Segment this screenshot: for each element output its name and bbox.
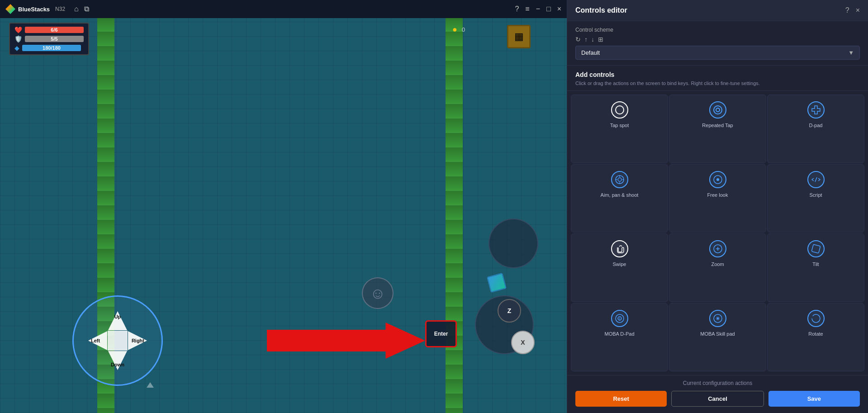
control-script[interactable]: Script [767, 164, 864, 233]
control-dpad[interactable]: D-pad [767, 95, 864, 163]
dpad-left-btn[interactable] [88, 331, 107, 350]
dpad-ctrl-label: D-pad [809, 122, 823, 128]
panel-help-icon[interactable]: ? [845, 6, 849, 14]
dpad-up-btn[interactable] [108, 311, 127, 330]
chest-item: ▦ [507, 25, 531, 48]
logo-icon [5, 4, 15, 14]
zoom-icon [709, 240, 726, 257]
mana-icon: ◆ [14, 44, 19, 52]
panel-header-icons: ? × [845, 6, 860, 14]
reset-button[interactable]: Reset [575, 391, 667, 407]
save-button[interactable]: Save [768, 391, 860, 407]
scheme-download-icon[interactable]: ↓ [591, 36, 594, 43]
moba-dpad-icon: 6 [611, 310, 628, 327]
control-tap-spot[interactable]: Tap spot [571, 95, 668, 163]
z-button[interactable]: Z [498, 299, 521, 323]
rotate-icon [807, 310, 825, 327]
add-controls-desc: Click or drag the actions on the screen … [575, 80, 860, 87]
control-zoom[interactable]: Zoom [669, 233, 766, 302]
hud-mana-row: ◆ 180/180 [14, 44, 84, 52]
close-icon[interactable]: × [557, 5, 561, 13]
svg-point-0 [616, 106, 624, 114]
svg-point-2 [716, 108, 720, 112]
control-free-look[interactable]: Free look [669, 164, 766, 233]
hud-hp-row: ❤️ 6/6 [14, 26, 84, 33]
version-label: N32 [55, 6, 65, 12]
dpad-down-btn[interactable] [108, 351, 127, 370]
action-circle-large-2 [489, 218, 538, 268]
panel-close-icon[interactable]: × [856, 6, 860, 14]
tap-spot-icon [611, 101, 628, 119]
maximize-icon[interactable]: □ [546, 5, 551, 13]
minimize-icon[interactable]: − [536, 5, 540, 13]
hud-shield-row: 🛡️ 5/5 [14, 35, 84, 43]
cancel-button[interactable]: Cancel [671, 391, 764, 407]
aim-icon [611, 171, 628, 188]
current-config-label: Current configuration actions [575, 380, 860, 386]
hp-icon: ❤️ [14, 26, 22, 33]
chest-icon: ▦ [514, 31, 524, 43]
menu-icon[interactable]: ≡ [525, 5, 529, 13]
script-label: Script [809, 192, 822, 198]
mana-value: 180/180 [22, 45, 81, 51]
dpad-cross: Up Down Left Right [88, 311, 147, 370]
script-icon [807, 171, 825, 188]
scheme-value: Default [581, 49, 600, 56]
control-repeated-tap[interactable]: Repeated Tap [669, 95, 766, 163]
pages-icon[interactable]: ⧉ [84, 5, 89, 13]
mana-bar-wrap: 180/180 [22, 45, 81, 51]
free-look-icon [709, 171, 726, 188]
svg-point-4 [618, 178, 621, 181]
rotate-label: Rotate [808, 331, 823, 337]
dpad-ctrl-icon [807, 101, 825, 119]
hud-stats: ❤️ 6/6 🛡️ 5/5 ◆ 180/180 [9, 23, 89, 55]
control-aim-pan-shoot[interactable]: Aim, pan & shoot [571, 164, 668, 233]
home-icon[interactable]: ⌂ [74, 5, 79, 13]
dpad-right-btn[interactable] [128, 331, 147, 350]
coin-icon: ● [452, 25, 457, 34]
svg-rect-15 [811, 244, 821, 253]
enter-label: Enter [434, 331, 448, 337]
shield-bar-wrap: 5/5 [25, 36, 84, 42]
controls-panel: Controls editor ? × Control scheme ↻ ↑ ↓… [567, 0, 868, 413]
help-icon[interactable]: ? [515, 5, 519, 13]
control-tilt[interactable]: Tilt [767, 233, 864, 302]
zoom-label: Zoom [711, 261, 724, 267]
window-controls: ? ≡ − □ × [515, 5, 561, 13]
control-scheme-section: Control scheme ↻ ↑ ↓ ⊞ Default ▼ [567, 21, 868, 66]
svg-text:6: 6 [619, 317, 621, 320]
dpad-overlay[interactable]: Up Down Left Right [72, 295, 163, 386]
repeated-tap-icon [709, 101, 726, 119]
scheme-save-icon[interactable]: ⊞ [598, 36, 603, 43]
tap-spot-label: Tap spot [610, 122, 629, 128]
svg-point-22 [812, 314, 820, 323]
moba-skill-icon [709, 310, 726, 327]
svg-point-10 [716, 178, 719, 181]
game-area: BlueStacks N32 ⌂ ⧉ ? ≡ − □ × ❤️ 6/6 🛡️ [0, 0, 567, 413]
scheme-sync-icon[interactable]: ↻ [575, 36, 581, 43]
coin-count: 0 [462, 26, 465, 33]
tilt-label: Tilt [812, 261, 819, 267]
control-moba-skill-pad[interactable]: MOBA Skill pad [669, 303, 766, 371]
corner-indicator [147, 382, 154, 388]
moba-dpad-label: MOBA D-Pad [604, 331, 634, 337]
enter-button[interactable]: Enter [425, 320, 457, 347]
control-moba-dpad[interactable]: 6 MOBA D-Pad [571, 303, 668, 371]
x-button[interactable]: X [511, 331, 535, 354]
panel-header: Controls editor ? × [567, 0, 868, 21]
svg-point-1 [714, 106, 722, 114]
add-controls-section: Add controls Click or drag the actions o… [567, 66, 868, 91]
hp-value: 6/6 [25, 27, 84, 33]
scheme-arrow-icon: ▼ [848, 49, 854, 56]
top-bar: BlueStacks N32 ⌂ ⧉ ? ≡ − □ × [0, 0, 567, 18]
dpad-center [108, 331, 128, 351]
control-rotate[interactable]: Rotate [767, 303, 864, 371]
controls-grid: Tap spot Repeated Tap D-pad Aim, pan & s… [567, 91, 868, 375]
swipe-label: Swipe [613, 261, 626, 267]
scheme-dropdown[interactable]: Default ▼ [575, 46, 860, 60]
control-swipe[interactable]: Swipe [571, 233, 668, 302]
scheme-upload-icon[interactable]: ↑ [584, 36, 588, 43]
pillar-right [446, 18, 463, 413]
z-label: Z [508, 307, 512, 314]
repeated-tap-label: Repeated Tap [702, 122, 733, 128]
